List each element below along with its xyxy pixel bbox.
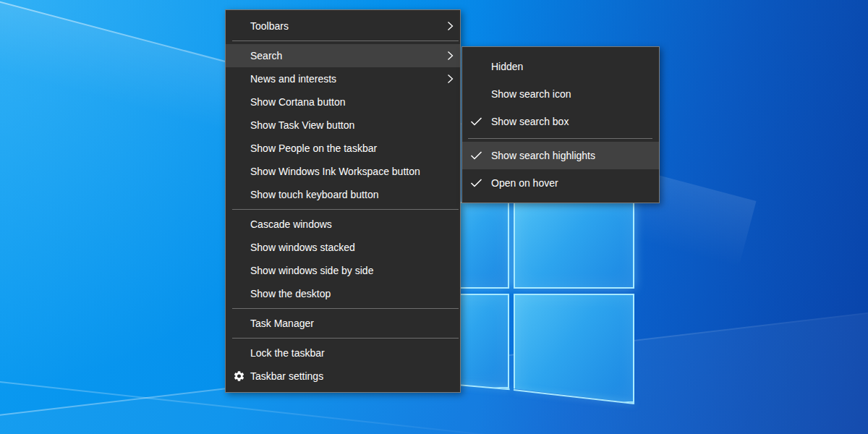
menu-separator — [232, 338, 459, 339]
menu-item-label: Taskbar settings — [250, 370, 323, 382]
menu-item-toolbars[interactable]: Toolbars — [226, 14, 460, 38]
menu-item-label: Show search box — [491, 116, 569, 127]
menu-item-show-cortana-button[interactable]: Show Cortana button — [226, 90, 460, 114]
checkmark-icon — [470, 179, 482, 188]
menu-item-news-and-interests[interactable]: News and interests — [226, 67, 460, 90]
desktop-wallpaper: Toolbars Search News and interests Show … — [0, 0, 868, 434]
taskbar-context-menu: Toolbars Search News and interests Show … — [225, 9, 461, 393]
submenu-item-show-search-icon[interactable]: Show search icon — [462, 80, 659, 108]
checkmark-icon — [470, 117, 482, 127]
menu-item-show-people-on-taskbar[interactable]: Show People on the taskbar — [226, 137, 460, 160]
menu-item-label: Show search highlights — [491, 150, 595, 161]
menu-item-show-task-view-button[interactable]: Show Task View button — [226, 114, 460, 137]
menu-item-search[interactable]: Search — [226, 44, 460, 67]
menu-item-show-windows-side-by-side[interactable]: Show windows side by side — [226, 259, 460, 282]
submenu-item-show-search-highlights[interactable]: Show search highlights — [462, 142, 659, 169]
menu-item-label: Hidden — [491, 61, 523, 72]
menu-item-label: Show Windows Ink Workspace button — [250, 166, 420, 177]
menu-item-label: Task Manager — [250, 318, 314, 329]
menu-separator — [232, 41, 459, 41]
menu-item-label: Show touch keyboard button — [250, 189, 378, 200]
menu-item-label: Open on hover — [491, 177, 558, 189]
checkmark-icon — [470, 151, 482, 161]
windows-logo — [433, 202, 639, 406]
chevron-right-icon — [447, 74, 454, 84]
menu-item-show-windows-stacked[interactable]: Show windows stacked — [226, 236, 460, 259]
menu-item-show-touch-keyboard-button[interactable]: Show touch keyboard button — [226, 183, 460, 206]
windows-logo-pane-top-right — [514, 202, 634, 289]
menu-item-label: Toolbars — [250, 20, 289, 32]
submenu-item-open-on-hover[interactable]: Open on hover — [462, 169, 659, 197]
menu-item-label: Show windows stacked — [250, 242, 355, 253]
menu-separator — [468, 138, 652, 139]
submenu-item-hidden[interactable]: Hidden — [462, 53, 659, 80]
chevron-right-icon — [447, 21, 454, 31]
gear-icon — [233, 370, 245, 383]
menu-item-show-windows-ink-workspace-button[interactable]: Show Windows Ink Workspace button — [226, 160, 460, 183]
menu-item-label: Search — [250, 50, 282, 61]
search-submenu: Hidden Show search icon Show search box … — [461, 46, 660, 203]
menu-item-task-manager[interactable]: Task Manager — [226, 312, 460, 335]
menu-item-label: Lock the taskbar — [250, 347, 325, 359]
menu-item-label: Show Task View button — [250, 119, 354, 131]
menu-item-label: Show search icon — [491, 88, 571, 100]
menu-item-show-the-desktop[interactable]: Show the desktop — [226, 282, 460, 305]
menu-item-label: News and interests — [250, 73, 336, 85]
menu-item-label: Show People on the taskbar — [250, 142, 377, 154]
windows-logo-pane-bottom-right — [514, 294, 634, 403]
chevron-right-icon — [447, 51, 454, 61]
menu-item-label: Show windows side by side — [250, 265, 373, 276]
menu-item-lock-the-taskbar[interactable]: Lock the taskbar — [226, 341, 460, 365]
menu-item-label: Show Cortana button — [250, 96, 346, 108]
menu-item-label: Cascade windows — [250, 218, 332, 230]
submenu-item-show-search-box[interactable]: Show search box — [462, 108, 659, 135]
menu-separator — [232, 308, 459, 309]
menu-item-cascade-windows[interactable]: Cascade windows — [226, 213, 460, 236]
menu-item-taskbar-settings[interactable]: Taskbar settings — [226, 365, 460, 388]
menu-item-label: Show the desktop — [250, 288, 331, 299]
menu-separator — [232, 209, 459, 210]
